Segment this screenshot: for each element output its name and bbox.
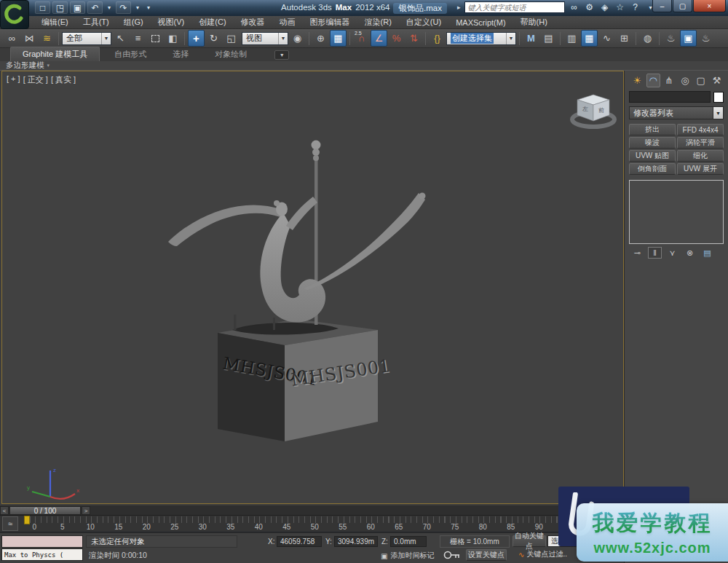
tab-utilities[interactable]: ⚒ xyxy=(710,74,724,87)
search-flyout-icon[interactable]: ▸ xyxy=(457,4,461,11)
object-name-field[interactable] xyxy=(629,91,711,103)
set-keys-button[interactable] xyxy=(443,548,462,562)
tab-modify[interactable]: ◠ xyxy=(646,74,660,87)
undo-dropdown-icon[interactable]: ▾ xyxy=(105,1,114,14)
key-filters-button[interactable]: ∿ 关键点过滤.. xyxy=(518,549,567,559)
track-bar[interactable]: ≈ 051015202530354045505560657075808590 xyxy=(0,516,624,532)
graphite-ribbon-toggle[interactable]: ▦ xyxy=(581,30,598,47)
select-and-move-button[interactable]: + xyxy=(188,30,205,47)
communication-center-icon[interactable]: ◈ xyxy=(599,2,611,12)
tab-display[interactable]: ▢ xyxy=(694,74,708,87)
menu-item[interactable]: 修改器 xyxy=(234,16,272,28)
unlink-selection-button[interactable]: ⋈ xyxy=(21,30,38,47)
viewcube[interactable]: 左 前 xyxy=(567,90,620,130)
favorites-icon[interactable]: ☆ xyxy=(614,2,626,12)
reference-coordsys-dropdown[interactable]: 视图▼ xyxy=(242,32,288,45)
menu-item[interactable]: 视图(V) xyxy=(151,16,191,28)
qat-customize-icon[interactable]: ▾ xyxy=(144,1,153,14)
select-object-button[interactable]: ↖ xyxy=(112,30,129,47)
x-coordinate-field[interactable]: 46059.758 xyxy=(277,536,322,547)
percent-snap-toggle[interactable]: % xyxy=(388,30,405,47)
redo-dropdown-icon[interactable]: ▾ xyxy=(133,1,142,14)
rectangular-selection-region-button[interactable] xyxy=(147,30,164,47)
previous-frame-button[interactable]: < xyxy=(0,506,9,515)
render-production-button[interactable]: ♨ xyxy=(697,30,714,47)
object-color-swatch[interactable] xyxy=(713,92,724,103)
viewport-menu[interactable]: [ + ] xyxy=(7,74,20,85)
use-pivot-center-button[interactable]: ◉ xyxy=(289,30,306,47)
select-and-manipulate-button[interactable]: ⊕ xyxy=(312,30,329,47)
tab-freeform[interactable]: 自由形式 xyxy=(103,47,158,61)
keyboard-override-toggle[interactable]: ▦ xyxy=(330,30,347,47)
schematic-view-button[interactable]: ⊞ xyxy=(616,30,633,47)
tab-create[interactable]: ☀ xyxy=(630,74,644,87)
layer-manager-button[interactable]: ▥ xyxy=(563,30,580,47)
search-input[interactable] xyxy=(464,1,565,13)
menu-item[interactable]: 帮助(H) xyxy=(514,16,554,28)
material-editor-button[interactable]: ◍ xyxy=(639,30,656,47)
y-coordinate-field[interactable]: 3094.939m xyxy=(334,536,378,547)
make-unique-icon[interactable]: ⋎ xyxy=(665,247,679,259)
search-icon[interactable]: ∞ xyxy=(569,2,580,12)
z-coordinate-field[interactable]: 0.0mm xyxy=(390,536,427,547)
time-slider[interactable]: < 0 / 100 > xyxy=(0,505,624,516)
menu-item[interactable]: 编辑(E) xyxy=(35,16,75,28)
viewport-orthographic[interactable]: [ + ][ 正交 ][ 真实 ] MHSJS001 MHSJS001 xyxy=(1,71,624,504)
select-by-name-button[interactable]: ≡ xyxy=(130,30,146,47)
modifier-preset-button[interactable]: 挤出 xyxy=(629,124,676,135)
menu-item[interactable]: 创建(C) xyxy=(192,16,232,28)
polygon-modeling-panel[interactable]: 多边形建模 xyxy=(6,60,44,71)
configure-modifier-sets-icon[interactable]: ▤ xyxy=(700,247,714,259)
select-and-link-button[interactable]: ∞ xyxy=(4,30,20,47)
set-key-button[interactable]: 设置关键点 xyxy=(466,549,507,561)
tab-motion[interactable]: ◎ xyxy=(678,74,692,87)
tab-graphite-modeling[interactable]: Graphite 建模工具 xyxy=(10,47,100,61)
minimize-button[interactable]: – xyxy=(652,0,672,12)
modifier-list-dropdown[interactable]: 修改器列表 ▼ xyxy=(629,106,724,119)
maximize-button[interactable]: ▢ xyxy=(673,0,692,12)
modifier-preset-button[interactable]: 倒角剖面 xyxy=(629,163,676,175)
menu-item[interactable]: MAXScript(M) xyxy=(449,17,512,28)
snap-toggle-button[interactable]: 2.5∩ xyxy=(353,30,370,47)
redo-icon[interactable]: ↷ xyxy=(116,1,131,14)
add-time-tag[interactable]: ▣ 添加时间标记 xyxy=(381,551,434,561)
subscription-center-icon[interactable]: ⚙ xyxy=(584,2,596,12)
open-file-icon[interactable]: ◳ xyxy=(52,1,68,14)
ribbon-minimize-icon[interactable]: ▾ xyxy=(274,50,289,60)
mini-curve-editor-icon[interactable]: ≈ xyxy=(2,516,18,531)
render-setup-button[interactable]: ♨ xyxy=(662,30,679,47)
named-selection-set-combo[interactable]: 创建选择集▼ xyxy=(446,32,516,45)
menu-item[interactable]: 动画 xyxy=(273,16,302,28)
align-button[interactable]: ▤ xyxy=(540,30,557,47)
menu-item[interactable]: 组(G) xyxy=(117,16,150,28)
tab-object-paint[interactable]: 对象绘制 xyxy=(203,47,258,61)
modifier-preset-button[interactable]: 细化 xyxy=(677,150,724,162)
maxscript-mini-listener[interactable]: Max to Physcs ( xyxy=(1,548,83,561)
next-frame-button[interactable]: > xyxy=(82,506,90,515)
bind-to-space-warp-button[interactable]: ≋ xyxy=(39,30,55,47)
undo-icon[interactable]: ↶ xyxy=(87,1,103,14)
modifier-preset-button[interactable]: 涡轮平滑 xyxy=(677,137,724,149)
show-end-result-icon[interactable]: ‖ xyxy=(648,247,662,259)
help-icon[interactable]: ? xyxy=(630,2,641,12)
select-and-rotate-button[interactable]: ↻ xyxy=(205,30,222,47)
3dsmax-logo-icon[interactable] xyxy=(0,0,29,29)
auto-key-button[interactable]: 自动关键点 xyxy=(513,535,546,547)
tab-selection[interactable]: 选择 xyxy=(161,47,200,61)
menu-item[interactable]: 渲染(R) xyxy=(358,16,398,28)
viewport-menu[interactable]: [ 正交 ] xyxy=(23,74,48,85)
pin-stack-icon[interactable]: ⊸ xyxy=(630,247,644,259)
angle-snap-toggle[interactable]: ∠ xyxy=(371,30,387,47)
curve-editor-button[interactable]: ∿ xyxy=(598,30,615,47)
spinner-snap-toggle[interactable]: ⇅ xyxy=(405,30,422,47)
time-slider-handle[interactable]: 0 / 100 xyxy=(9,506,81,515)
modifier-preset-button[interactable]: UVW 贴图 xyxy=(629,150,676,162)
edit-named-selections-button[interactable]: {} xyxy=(429,30,446,47)
macro-recorder-pane[interactable] xyxy=(1,535,83,548)
window-crossing-button[interactable]: ◧ xyxy=(165,30,181,47)
modifier-stack-list[interactable] xyxy=(629,180,724,244)
select-and-scale-button[interactable]: ◱ xyxy=(223,30,240,47)
mirror-button[interactable]: M xyxy=(523,30,539,47)
modifier-preset-button[interactable]: UVW 展开 xyxy=(677,163,724,175)
rendered-frame-window-button[interactable]: ▣ xyxy=(680,30,697,47)
